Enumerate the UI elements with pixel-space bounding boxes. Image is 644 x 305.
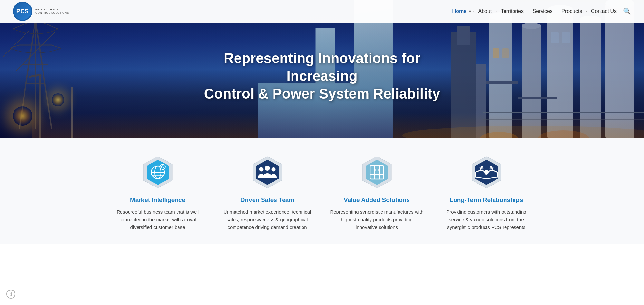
feature-icon-wrapper-4 bbox=[469, 155, 504, 190]
logo-line1: PROTECTION & bbox=[35, 8, 69, 11]
hero-text-block: Representing Innovations for Increasing … bbox=[193, 49, 451, 102]
hero-headline-line2: Control & Power System Reliability bbox=[204, 86, 440, 101]
logo-icon: PCS bbox=[13, 2, 32, 21]
feature-driven-sales: Driven Sales Team Unmatched market exper… bbox=[213, 155, 322, 231]
logo-text: PROTECTION & CONTROL SOLUTIONS bbox=[35, 8, 69, 14]
feature-desc-1: Resourceful business team that is well c… bbox=[111, 208, 205, 231]
svg-rect-45 bbox=[162, 169, 163, 170]
features-section: Market Intelligence Resourceful business… bbox=[0, 138, 644, 244]
feature-icon-wrapper-3 bbox=[359, 155, 395, 190]
logo-area: PCS PROTECTION & CONTROL SOLUTIONS bbox=[13, 2, 69, 21]
svg-rect-47 bbox=[165, 167, 166, 167]
feature-desc-3: Representing synergistic manufactures wi… bbox=[330, 208, 424, 231]
svg-point-62 bbox=[374, 174, 376, 176]
svg-point-51 bbox=[259, 167, 263, 172]
svg-point-42 bbox=[160, 164, 165, 169]
feature-market-intelligence: Market Intelligence Resourceful business… bbox=[103, 155, 213, 231]
feature-title-4: Long-Term Relationships bbox=[450, 196, 523, 204]
svg-point-66 bbox=[484, 170, 489, 175]
feature-title-3: Value Added Solutions bbox=[344, 196, 410, 204]
nav-home-link[interactable]: Home bbox=[450, 7, 468, 15]
hero-headline-line1: Representing Innovations for Increasing bbox=[224, 50, 420, 84]
header: PCS PROTECTION & CONTROL SOLUTIONS Home … bbox=[0, 0, 644, 23]
nav-about-link[interactable]: About bbox=[476, 7, 494, 15]
feature-value-added: Value Added Solutions Representing syner… bbox=[322, 155, 432, 231]
hero-headline: Representing Innovations for Increasing … bbox=[200, 49, 445, 102]
nav-services-link[interactable]: Services bbox=[531, 7, 554, 15]
feature-icon-wrapper-1 bbox=[140, 155, 176, 190]
main-nav: Home ▾ · About · Territories · Services … bbox=[450, 7, 631, 15]
svg-rect-46 bbox=[159, 167, 161, 167]
dropdown-arrow-icon: ▾ bbox=[469, 9, 471, 14]
search-icon[interactable]: 🔍 bbox=[623, 7, 631, 15]
logo-initials: PCS bbox=[16, 8, 29, 15]
nav-sep-2: · bbox=[495, 8, 497, 14]
feature-desc-2: Unmatched market experience, technical s… bbox=[220, 208, 314, 231]
handshake-icon bbox=[469, 155, 504, 190]
feature-long-term: Long-Term Relationships Providing custom… bbox=[432, 155, 541, 231]
nav-sep-1: · bbox=[473, 8, 474, 14]
svg-point-52 bbox=[271, 167, 275, 172]
svg-point-61 bbox=[378, 169, 380, 171]
logo-line2: CONTROL SOLUTIONS bbox=[35, 11, 69, 14]
nav-contact-link[interactable]: Contact Us bbox=[589, 7, 619, 15]
globe-gear-icon bbox=[140, 155, 176, 190]
nav-sep-5: · bbox=[586, 8, 587, 14]
nav-territories-link[interactable]: Territories bbox=[499, 7, 525, 15]
nav-home-dropdown[interactable]: Home ▾ bbox=[450, 7, 471, 15]
grid-icon bbox=[359, 155, 395, 190]
feature-desc-4: Providing customers with outstanding ser… bbox=[439, 208, 533, 231]
svg-rect-44 bbox=[162, 164, 163, 165]
nav-sep-4: · bbox=[556, 8, 558, 14]
feature-icon-wrapper-2 bbox=[250, 155, 285, 190]
svg-point-60 bbox=[374, 169, 376, 171]
feature-title-2: Driven Sales Team bbox=[240, 196, 294, 204]
svg-point-50 bbox=[265, 166, 270, 171]
svg-point-63 bbox=[378, 174, 380, 176]
people-icon bbox=[250, 155, 285, 190]
feature-title-1: Market Intelligence bbox=[130, 196, 185, 204]
nav-products-link[interactable]: Products bbox=[560, 7, 584, 15]
nav-sep-3: · bbox=[527, 8, 529, 14]
